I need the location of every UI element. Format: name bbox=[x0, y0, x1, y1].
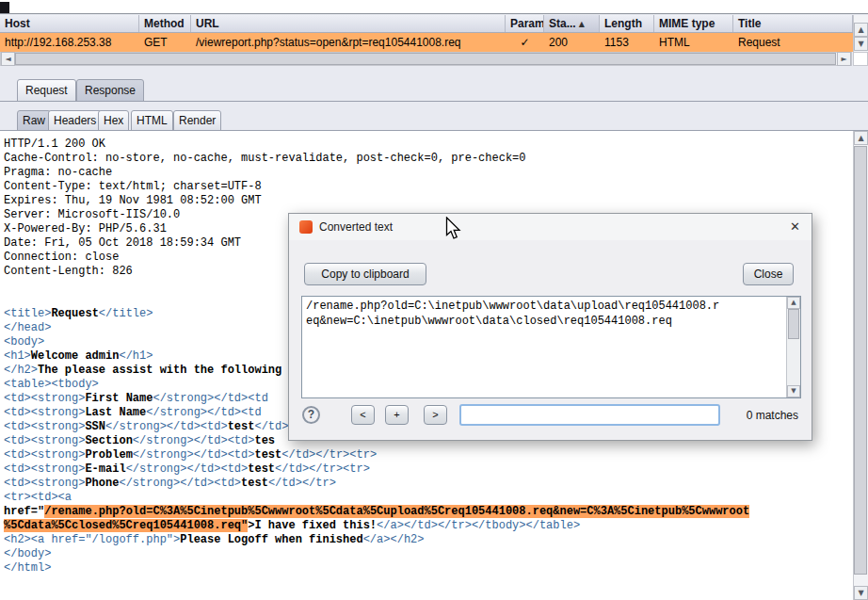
scroll-down-icon[interactable]: ▼ bbox=[854, 37, 868, 51]
add-button[interactable]: + bbox=[385, 405, 409, 425]
scroll-up-icon[interactable]: ▲ bbox=[854, 23, 868, 37]
column-header-host[interactable]: Host bbox=[0, 15, 139, 32]
column-header-title[interactable]: Title bbox=[733, 15, 853, 32]
scroll-left-icon[interactable]: ◄ bbox=[1, 52, 15, 66]
column-label: Method bbox=[144, 17, 185, 30]
params-check-icon: ✓ bbox=[506, 33, 544, 52]
copy-to-clipboard-button[interactable]: Copy to clipboard bbox=[304, 263, 426, 285]
scroll-up-icon[interactable]: ▲ bbox=[787, 297, 800, 309]
dialog-titlebar[interactable]: Converted text ✕ bbox=[289, 214, 812, 240]
column-label: Title bbox=[738, 17, 761, 30]
column-label: Host bbox=[5, 17, 30, 30]
match-count-label: 0 matches bbox=[747, 409, 798, 422]
scroll-down-icon[interactable]: ▼ bbox=[854, 586, 868, 600]
cell-url: /viewreport.php?status=open&rpt=req10544… bbox=[191, 33, 506, 52]
converted-text-area[interactable]: /rename.php?old=C:\inetpub\wwwroot\data\… bbox=[301, 296, 801, 398]
tab-label: Headers bbox=[54, 114, 96, 127]
tab-raw[interactable]: Raw bbox=[17, 110, 51, 131]
tab-headers[interactable]: Headers bbox=[48, 110, 102, 131]
cell-method: GET bbox=[139, 33, 191, 52]
column-label: Length bbox=[604, 17, 642, 30]
scroll-right-icon[interactable]: ► bbox=[837, 52, 851, 66]
column-label: MIME type bbox=[659, 17, 715, 30]
response-vertical-scrollbar[interactable]: ▲ ▼ bbox=[853, 131, 868, 600]
tab-label: Raw bbox=[23, 114, 45, 127]
scroll-up-icon[interactable]: ▲ bbox=[854, 131, 868, 145]
dialog-title: Converted text bbox=[319, 214, 393, 240]
column-header-status[interactable]: Sta...▲ bbox=[544, 15, 600, 32]
response-line: <tr><td><a bbox=[4, 491, 853, 505]
response-line: href="/rename.php?old=C%3A%5Cinetpub%5Cw… bbox=[4, 505, 853, 519]
partial-row-marker bbox=[0, 2, 9, 13]
tab-request[interactable]: Request bbox=[17, 79, 76, 102]
table-top-strip bbox=[0, 0, 868, 14]
column-header-method[interactable]: Method bbox=[139, 15, 191, 32]
converted-text-dialog: Converted text ✕ Copy to clipboard Close… bbox=[288, 213, 812, 441]
response-line: <h2><a href="/logoff.php">Please Logoff … bbox=[4, 533, 853, 547]
response-line: HTTP/1.1 200 OK bbox=[4, 138, 853, 152]
tab-hex[interactable]: Hex bbox=[98, 110, 129, 131]
column-header-length[interactable]: Length bbox=[600, 15, 654, 32]
response-line: Content-Type: text/html; charset=UTF-8 bbox=[4, 180, 853, 194]
table-vertical-scrollbar[interactable]: ▲ ▼ bbox=[853, 15, 868, 52]
tab-render[interactable]: Render bbox=[173, 110, 221, 131]
burp-icon bbox=[299, 220, 313, 234]
tab-label: Render bbox=[179, 114, 216, 127]
response-line: </html> bbox=[4, 561, 853, 576]
cell-host: http://192.168.253.38 bbox=[0, 33, 139, 52]
textarea-scrollbar[interactable]: ▲ ▼ bbox=[786, 297, 800, 397]
response-line: </body> bbox=[4, 547, 853, 561]
scrollbar-thumb[interactable] bbox=[788, 309, 799, 339]
tab-label: Response bbox=[85, 84, 136, 97]
scrollbar-thumb[interactable] bbox=[15, 53, 836, 65]
table-header-row: Host Method URL Params Sta...▲ Length MI… bbox=[0, 15, 853, 33]
response-line: Pragma: no-cache bbox=[4, 166, 853, 180]
cell-length: 1153 bbox=[600, 33, 654, 52]
scrollbar-thumb[interactable] bbox=[854, 146, 867, 575]
burp-message-viewer: Host Method URL Params Sta...▲ Length MI… bbox=[0, 0, 868, 600]
sort-ascending-icon: ▲ bbox=[579, 20, 585, 28]
column-label: Params bbox=[510, 17, 544, 30]
next-match-button[interactable]: > bbox=[424, 405, 447, 425]
dialog-close-icon[interactable]: ✕ bbox=[790, 214, 800, 240]
column-header-url[interactable]: URL bbox=[191, 15, 506, 32]
tab-html[interactable]: HTML bbox=[131, 110, 173, 131]
tab-label: Hex bbox=[104, 114, 123, 127]
table-horizontal-scrollbar[interactable]: ◄ ► bbox=[0, 52, 852, 66]
http-message-row[interactable]: http://192.168.253.38 GET /viewreport.ph… bbox=[0, 33, 853, 52]
cell-status: 200 bbox=[544, 33, 600, 52]
scrollbar-corner bbox=[853, 52, 868, 66]
response-line: <td><strong>Problem</strong></td><td>tes… bbox=[4, 448, 853, 462]
scroll-down-icon[interactable]: ▼ bbox=[787, 385, 800, 397]
mouse-cursor bbox=[445, 217, 463, 241]
response-line: Expires: Thu, 19 Nov 1981 08:52:00 GMT bbox=[4, 194, 853, 208]
prev-match-button[interactable]: < bbox=[351, 405, 375, 425]
search-input[interactable] bbox=[459, 404, 720, 426]
cell-mime-type: HTML bbox=[654, 33, 733, 52]
column-header-mime-type[interactable]: MIME type bbox=[654, 15, 733, 32]
help-icon[interactable]: ? bbox=[302, 406, 320, 424]
column-label: Sta... bbox=[549, 17, 576, 30]
response-line: <td><strong>E-mail</strong></td><td>test… bbox=[4, 462, 853, 477]
column-label: URL bbox=[196, 17, 219, 30]
converted-text-content: /rename.php?old=C:\inetpub\wwwroot\data\… bbox=[302, 297, 786, 397]
close-button[interactable]: Close bbox=[743, 263, 794, 285]
tab-response[interactable]: Response bbox=[76, 79, 144, 102]
tab-label: HTML bbox=[137, 114, 168, 127]
response-line: Cache-Control: no-store, no-cache, must-… bbox=[4, 152, 853, 166]
column-header-params[interactable]: Params bbox=[506, 15, 544, 32]
cell-title: Request bbox=[733, 33, 853, 52]
tab-label: Request bbox=[25, 84, 68, 97]
response-line: %5Cdata%5Cclosed%5Creq105441008.req">I h… bbox=[4, 519, 853, 533]
response-line: <td><strong>Phone</strong></td><td>test<… bbox=[4, 477, 853, 491]
